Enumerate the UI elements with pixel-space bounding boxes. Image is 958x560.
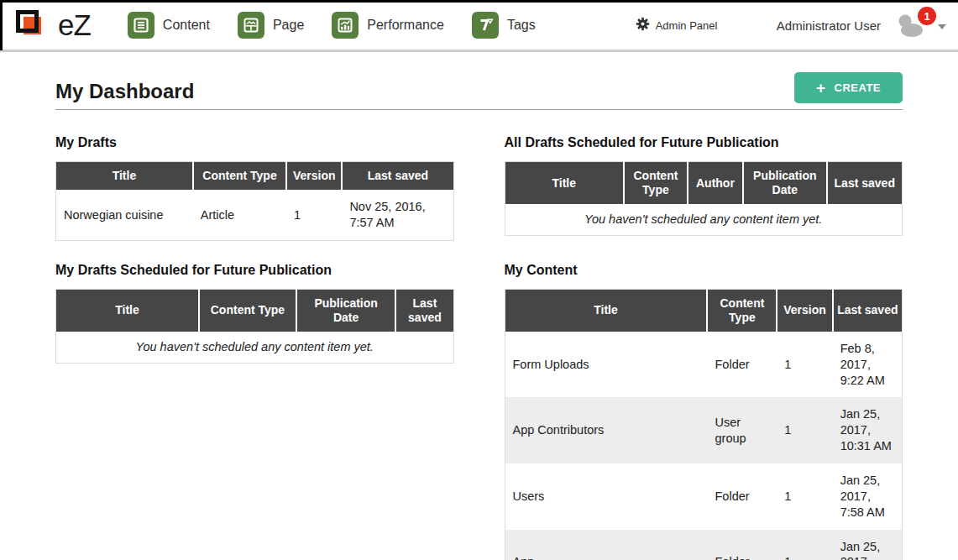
column-header: Author (688, 162, 743, 205)
table-cell: Norwegian cuisine (56, 190, 193, 240)
table-header-row: TitleContent TypeAuthorPublication DateL… (505, 162, 903, 205)
nav-item-page[interactable]: Page (238, 12, 304, 39)
table-cell: Folder (707, 530, 777, 560)
table-cell: Nov 25, 2016, 7:57 AM (342, 190, 453, 240)
column-header: Version (286, 162, 342, 191)
section-my-drafts: My Drafts TitleContent TypeVersionLast s… (55, 135, 454, 241)
empty-state-text: You haven't scheduled any content item y… (505, 204, 903, 235)
ez-logo[interactable]: eZ (13, 8, 91, 43)
table-cell: Jan 25, 2017, 7:55 AM (833, 530, 903, 560)
column-header: Content Type (193, 162, 286, 191)
plus-icon: + (816, 83, 826, 93)
dashboard-page: My Dashboard + CREATE My Drafts TitleCon… (0, 72, 958, 560)
table-cell: App Contributors (505, 397, 707, 463)
column-header: Title (505, 289, 707, 332)
chevron-down-icon (938, 24, 946, 29)
nav-label: Page (273, 18, 304, 33)
header-divider (0, 50, 958, 52)
table-header-row: TitleContent TypePublication DateLast sa… (56, 289, 454, 332)
column-header: Content Type (199, 289, 296, 332)
column-header: Last saved (827, 162, 903, 205)
column-header: Last saved (395, 289, 453, 332)
table-row[interactable]: Form UploadsFolder1Feb 8, 2017, 9:22 AM (505, 332, 903, 398)
table-row[interactable]: Norwegian cuisineArticle1Nov 25, 2016, 7… (56, 190, 454, 240)
avatar: 1 (894, 13, 926, 37)
table-cell: Article (193, 190, 286, 240)
ez-logo-text: eZ (58, 8, 91, 42)
table-cell: Jan 25, 2017, 10:31 AM (833, 397, 903, 463)
column-header: Publication Date (743, 162, 826, 205)
column-header: Version (777, 289, 832, 332)
performance-icon (332, 12, 359, 39)
user-menu[interactable]: Administrator User 1 (777, 13, 946, 37)
nav-item-content[interactable]: Content (128, 12, 210, 39)
nav-label: Tags (507, 18, 536, 33)
table-cell: Users (505, 463, 707, 530)
table-row[interactable]: App ContributorsUser group1Jan 25, 2017,… (505, 397, 903, 463)
table-cell: Jan 25, 2017, 7:58 AM (833, 463, 903, 530)
section-all-drafts-scheduled: All Drafts Scheduled for Future Publicat… (505, 135, 903, 241)
admin-panel-link[interactable]: Admin Panel (636, 17, 718, 34)
table-header-row: TitleContent TypeVersionLast saved (56, 162, 454, 191)
table-cell: Folder (707, 463, 777, 530)
section-my-content: My Content TitleContent TypeVersionLast … (505, 263, 903, 560)
nav-item-performance[interactable]: Performance (332, 12, 444, 39)
user-name: Administrator User (777, 18, 881, 33)
nav-label: Content (163, 18, 210, 33)
table-cell: Folder (707, 332, 777, 398)
dashboard-grid: My Drafts TitleContent TypeVersionLast s… (55, 135, 903, 560)
section-my-drafts-scheduled: My Drafts Scheduled for Future Publicati… (55, 263, 454, 560)
page-icon (238, 12, 264, 39)
column-header: Title (56, 162, 193, 191)
tags-icon (472, 12, 499, 39)
page-header: My Dashboard + CREATE (55, 72, 903, 110)
section-title: My Drafts Scheduled for Future Publicati… (55, 263, 454, 278)
table-cell: 1 (777, 463, 832, 530)
table-cell: 1 (777, 530, 832, 560)
gear-icon (636, 17, 650, 34)
my-drafts-table: TitleContent TypeVersionLast savedNorweg… (55, 161, 454, 241)
admin-panel-label: Admin Panel (656, 19, 718, 32)
empty-state-row: You haven't scheduled any content item y… (56, 332, 454, 363)
table-cell: App (505, 530, 707, 560)
page-title: My Dashboard (55, 80, 194, 103)
my-content-table: TitleContent TypeVersionLast savedForm U… (505, 289, 903, 560)
create-button[interactable]: + CREATE (794, 72, 903, 103)
column-header: Publication Date (296, 289, 395, 332)
table-cell: 1 (777, 397, 832, 463)
main-nav: Content Page (128, 12, 563, 39)
top-navigation-bar: eZ Content Pag (0, 0, 958, 48)
table-cell: 1 (286, 190, 342, 240)
table-cell: Feb 8, 2017, 9:22 AM (833, 332, 903, 398)
column-header: Title (505, 162, 624, 205)
logo-black-square (16, 10, 39, 33)
empty-state-text: You haven't scheduled any content item y… (56, 332, 454, 363)
create-button-label: CREATE (835, 81, 881, 94)
content-icon (128, 12, 154, 39)
all-drafts-scheduled-table: TitleContent TypeAuthorPublication DateL… (505, 161, 903, 236)
section-title: My Drafts (55, 135, 454, 150)
column-header: Title (56, 289, 199, 332)
ez-logo-icon (13, 8, 52, 43)
nav-label: Performance (367, 18, 444, 33)
empty-state-row: You haven't scheduled any content item y… (505, 204, 903, 235)
section-title: All Drafts Scheduled for Future Publicat… (505, 135, 903, 150)
my-drafts-scheduled-table: TitleContent TypePublication DateLast sa… (55, 289, 454, 364)
notification-badge[interactable]: 1 (918, 7, 936, 25)
table-cell: 1 (777, 332, 832, 398)
column-header: Content Type (624, 162, 688, 205)
column-header: Last saved (342, 162, 453, 191)
table-row[interactable]: AppFolder1Jan 25, 2017, 7:55 AM (505, 530, 903, 560)
table-cell: Form Uploads (505, 332, 707, 398)
table-header-row: TitleContent TypeVersionLast saved (505, 289, 903, 332)
column-header: Content Type (707, 289, 777, 332)
table-cell: User group (707, 397, 777, 463)
section-title: My Content (505, 263, 903, 278)
column-header: Last saved (833, 289, 903, 332)
table-row[interactable]: UsersFolder1Jan 25, 2017, 7:58 AM (505, 463, 903, 530)
nav-item-tags[interactable]: Tags (472, 12, 536, 39)
